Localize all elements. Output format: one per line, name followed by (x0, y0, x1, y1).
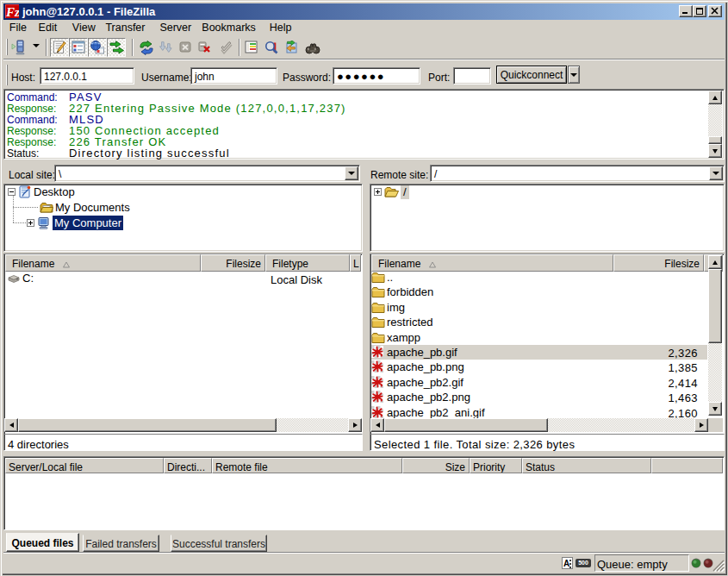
svg-text:Fz: Fz (5, 5, 19, 19)
